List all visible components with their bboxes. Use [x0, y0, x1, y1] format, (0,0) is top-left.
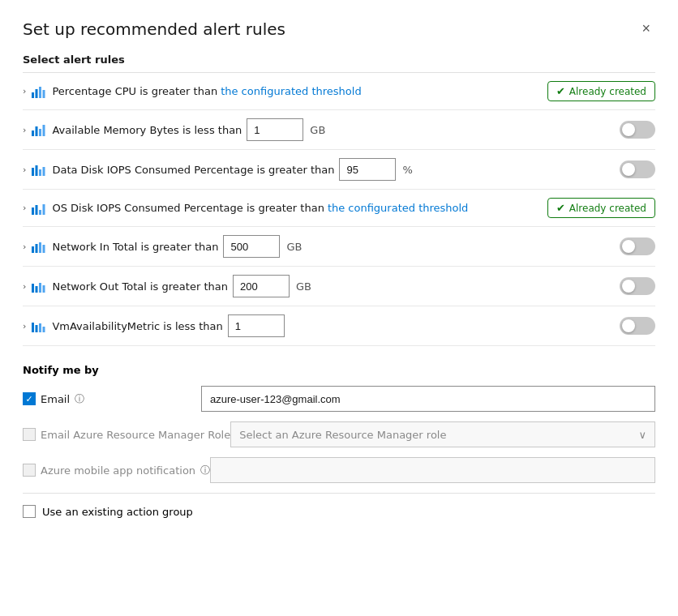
chevron-right-icon-disk-iops[interactable]: › — [23, 165, 26, 175]
rule-text-os-disk: OS Disk IOPS Consumed Percentage is grea… — [52, 202, 547, 214]
svg-rect-21 — [36, 286, 38, 293]
vm-availability-input[interactable] — [228, 314, 285, 337]
metric-icon-vm-availability — [31, 319, 45, 333]
metric-icon-os-disk — [31, 201, 45, 216]
action-group-label: Use an existing action group — [42, 506, 193, 518]
rule-row-cpu: › Percentage CPU is greater than the con… — [23, 73, 655, 110]
rule-text-disk-iops: Data Disk IOPS Consumed Percentage is gr… — [52, 158, 620, 181]
notify-section: Notify me by Email ⓘ Email Azure Resourc… — [23, 361, 655, 483]
svg-rect-2 — [39, 87, 41, 98]
chevron-right-icon-network-out[interactable]: › — [23, 281, 26, 292]
vm-availability-toggle[interactable] — [620, 317, 655, 335]
metric-icon-network-in — [31, 239, 45, 254]
chevron-right-icon-cpu[interactable]: › — [23, 86, 26, 96]
disk-iops-input[interactable] — [339, 158, 396, 181]
svg-rect-18 — [39, 242, 41, 253]
notify-email-role-label-group: Email Azure Resource Manager Role — [23, 428, 230, 441]
rule-action-vm-availability — [620, 317, 655, 335]
svg-rect-25 — [36, 325, 38, 332]
metric-icon-network-out — [31, 279, 45, 293]
svg-rect-11 — [43, 167, 45, 176]
svg-rect-5 — [36, 126, 38, 136]
notify-mobile-label-group: Azure mobile app notification ⓘ — [23, 464, 210, 477]
notify-mobile-row: Azure mobile app notification ⓘ — [23, 457, 655, 483]
rule-row-vm-availability: › VmAvailabilityMetric is less than — [23, 306, 655, 346]
rule-action-network-out — [620, 277, 655, 295]
select-alert-rules-label: Select alert rules — [23, 53, 655, 66]
email-role-checkbox[interactable] — [23, 428, 36, 441]
close-button[interactable]: × — [637, 19, 655, 37]
svg-rect-16 — [32, 246, 34, 253]
rule-row-memory: › Available Memory Bytes is less than GB — [23, 110, 655, 150]
rule-text-memory: Available Memory Bytes is less than GB — [52, 118, 620, 141]
email-input[interactable] — [201, 386, 655, 412]
svg-rect-1 — [36, 89, 38, 98]
rule-row-disk-iops: › Data Disk IOPS Consumed Percentage is … — [23, 150, 655, 190]
svg-rect-15 — [43, 204, 45, 215]
email-role-label: Email Azure Resource Manager Role — [41, 429, 230, 441]
email-checkbox[interactable] — [23, 392, 36, 405]
rule-row-network-in: › Network In Total is greater than GB — [23, 227, 655, 267]
svg-rect-12 — [32, 207, 34, 215]
svg-rect-6 — [39, 129, 41, 136]
chevron-right-icon-os-disk[interactable]: › — [23, 203, 26, 213]
rule-action-memory — [620, 121, 655, 139]
metric-icon-cpu — [31, 84, 45, 99]
rule-text-network-out: Network Out Total is greater than GB — [52, 275, 620, 297]
svg-rect-3 — [43, 90, 45, 98]
svg-rect-24 — [32, 323, 34, 332]
disk-iops-toggle[interactable] — [620, 160, 655, 178]
svg-rect-20 — [32, 284, 34, 293]
rule-action-disk-iops — [620, 160, 655, 178]
svg-rect-9 — [36, 165, 38, 176]
rule-text-cpu: Percentage CPU is greater than the confi… — [52, 85, 547, 97]
rule-action-network-in — [620, 237, 655, 255]
svg-rect-4 — [32, 130, 34, 136]
action-group-checkbox[interactable] — [23, 505, 36, 518]
network-out-input[interactable] — [233, 275, 290, 297]
rule-text-network-in: Network In Total is greater than GB — [52, 235, 620, 258]
metric-icon-disk-iops — [31, 162, 45, 177]
already-created-badge-cpu: ✔ Already created — [547, 81, 655, 101]
mobile-checkbox[interactable] — [23, 464, 36, 477]
network-out-toggle[interactable] — [620, 277, 655, 295]
svg-rect-7 — [43, 125, 45, 136]
chevron-right-icon-vm-availability[interactable]: › — [23, 321, 26, 332]
svg-rect-19 — [43, 245, 45, 253]
memory-toggle[interactable] — [620, 121, 655, 139]
svg-rect-10 — [39, 169, 41, 176]
rule-row-os-disk: › OS Disk IOPS Consumed Percentage is gr… — [23, 190, 655, 227]
mobile-info-icon: ⓘ — [200, 464, 210, 477]
chevron-right-icon-network-in[interactable]: › — [23, 242, 26, 252]
email-label: Email — [41, 393, 70, 405]
network-in-toggle[interactable] — [620, 237, 655, 255]
email-info-icon: ⓘ — [75, 392, 84, 406]
dialog-header: Set up recommended alert rules × — [23, 19, 655, 39]
svg-rect-22 — [39, 283, 41, 293]
already-created-badge-os-disk: ✔ Already created — [547, 198, 655, 218]
network-in-input[interactable] — [223, 235, 280, 258]
mobile-input — [210, 457, 655, 483]
svg-rect-17 — [36, 244, 38, 253]
svg-rect-26 — [39, 323, 41, 332]
chevron-right-icon-memory[interactable]: › — [23, 125, 26, 135]
check-icon-cpu: ✔ — [556, 85, 565, 97]
mobile-label: Azure mobile app notification — [41, 464, 195, 477]
notify-email-row: Email ⓘ — [23, 386, 655, 412]
check-icon-os-disk: ✔ — [556, 202, 565, 214]
metric-icon-memory — [31, 122, 45, 137]
notify-email-label-group: Email ⓘ — [23, 392, 201, 406]
email-role-dropdown[interactable]: Select an Azure Resource Manager role ∨ — [230, 421, 655, 447]
rule-action-cpu: ✔ Already created — [547, 81, 655, 101]
notify-label: Notify me by — [23, 364, 655, 376]
alert-rules-dialog: Set up recommended alert rules × Select … — [0, 0, 678, 616]
chevron-down-icon: ∨ — [638, 429, 646, 441]
svg-rect-8 — [32, 168, 34, 176]
svg-rect-23 — [43, 285, 45, 293]
rule-text-vm-availability: VmAvailabilityMetric is less than — [52, 314, 620, 337]
action-group-row: Use an existing action group — [23, 505, 655, 518]
rule-action-os-disk: ✔ Already created — [547, 198, 655, 218]
section-divider — [23, 493, 655, 494]
dialog-title: Set up recommended alert rules — [23, 19, 285, 39]
memory-input[interactable] — [247, 118, 303, 141]
